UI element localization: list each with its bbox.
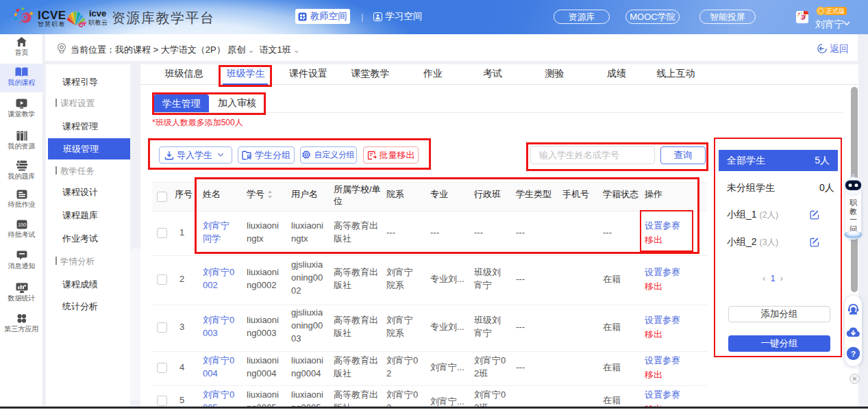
svg-text:?: ? bbox=[851, 349, 856, 358]
svg-text:100: 100 bbox=[18, 222, 26, 227]
